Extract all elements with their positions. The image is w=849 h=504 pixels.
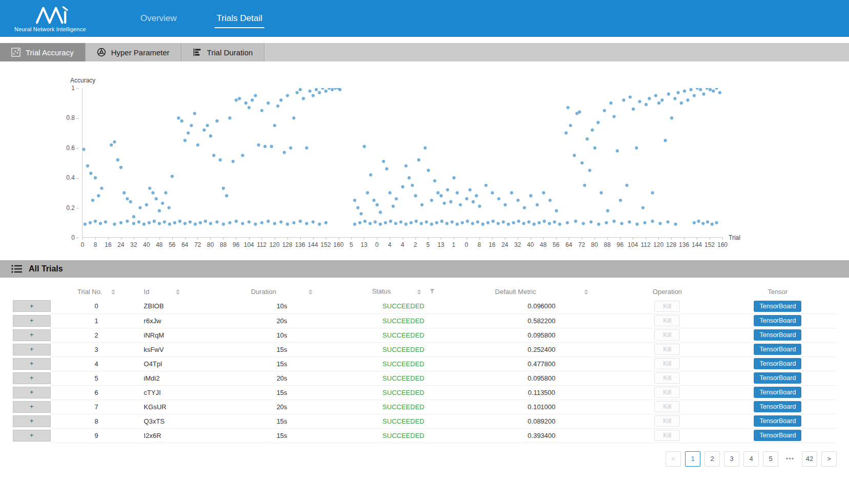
scatter-point[interactable] bbox=[706, 88, 709, 90]
scatter-point[interactable] bbox=[206, 124, 209, 127]
scatter-point[interactable] bbox=[409, 221, 412, 224]
scatter-point[interactable] bbox=[445, 222, 448, 225]
scatter-point[interactable] bbox=[369, 173, 372, 176]
scatter-point[interactable] bbox=[126, 220, 129, 223]
scatter-point[interactable] bbox=[338, 88, 341, 91]
sort-icon[interactable] bbox=[111, 289, 115, 295]
scatter-point[interactable] bbox=[270, 145, 273, 148]
scatter-point[interactable] bbox=[266, 101, 270, 104]
tab-hyper-parameter[interactable]: Hyper Parameter bbox=[86, 43, 181, 61]
scatter-point[interactable] bbox=[629, 95, 632, 98]
scatter-point[interactable] bbox=[296, 91, 299, 94]
scatter-point[interactable] bbox=[411, 184, 414, 187]
page-button[interactable]: 1 bbox=[685, 451, 700, 467]
scatter-point[interactable] bbox=[376, 203, 379, 206]
scatter-point[interactable] bbox=[401, 185, 404, 188]
scatter-point[interactable] bbox=[308, 90, 312, 93]
scatter-point[interactable] bbox=[399, 220, 402, 223]
scatter-point[interactable] bbox=[581, 161, 584, 164]
scatter-point[interactable] bbox=[693, 221, 696, 224]
scatter-point[interactable] bbox=[94, 176, 97, 179]
scatter-point[interactable] bbox=[209, 222, 212, 225]
scatter-point[interactable] bbox=[292, 116, 295, 119]
scatter-point[interactable] bbox=[305, 146, 308, 150]
scatter-point[interactable] bbox=[385, 167, 388, 171]
scatter-point[interactable] bbox=[424, 146, 427, 150]
kill-button[interactable]: Kill bbox=[654, 387, 680, 398]
scatter-point[interactable] bbox=[384, 221, 387, 224]
scatter-point[interactable] bbox=[292, 221, 295, 224]
scatter-point[interactable] bbox=[543, 220, 546, 223]
scatter-point[interactable] bbox=[173, 221, 176, 224]
scatter-point[interactable] bbox=[502, 220, 505, 223]
kill-button[interactable]: Kill bbox=[654, 430, 680, 441]
scatter-point[interactable] bbox=[158, 209, 161, 212]
scatter-point[interactable] bbox=[279, 220, 282, 223]
scatter-point[interactable] bbox=[260, 221, 263, 224]
scatter-point[interactable] bbox=[558, 223, 561, 226]
scatter-point[interactable] bbox=[222, 223, 225, 226]
scatter-point[interactable] bbox=[651, 220, 654, 223]
scatter-point[interactable] bbox=[235, 220, 238, 223]
scatter-point[interactable] bbox=[324, 221, 327, 224]
scatter-point[interactable] bbox=[254, 223, 257, 226]
scatter-point[interactable] bbox=[648, 97, 651, 100]
scatter-point[interactable] bbox=[476, 220, 479, 223]
scatter-point[interactable] bbox=[680, 101, 683, 104]
scatter-point[interactable] bbox=[420, 222, 423, 225]
scatter-point[interactable] bbox=[532, 223, 535, 226]
scatter-point[interactable] bbox=[596, 121, 599, 124]
scatter-point[interactable] bbox=[89, 172, 92, 175]
scatter-point[interactable] bbox=[273, 124, 276, 127]
scatter-point[interactable] bbox=[353, 199, 356, 202]
scatter-point[interactable] bbox=[244, 101, 247, 104]
scatter-point[interactable] bbox=[437, 191, 440, 194]
sort-icon[interactable] bbox=[584, 289, 588, 295]
scatter-point[interactable] bbox=[537, 221, 541, 224]
scatter-point[interactable] bbox=[605, 221, 608, 224]
scatter-point[interactable] bbox=[548, 222, 551, 225]
kill-button[interactable]: Kill bbox=[654, 401, 680, 412]
sort-icon[interactable] bbox=[417, 289, 421, 295]
kill-button[interactable]: Kill bbox=[654, 301, 680, 312]
scatter-point[interactable] bbox=[443, 202, 446, 205]
scatter-point[interactable] bbox=[360, 212, 363, 215]
scatter-point[interactable] bbox=[302, 97, 305, 100]
scatter-point[interactable] bbox=[183, 139, 187, 142]
scatter-point[interactable] bbox=[122, 191, 126, 194]
scatter-point[interactable] bbox=[315, 88, 318, 91]
scatter-point[interactable] bbox=[241, 154, 244, 157]
page-button[interactable]: 2 bbox=[705, 451, 720, 467]
scatter-point[interactable] bbox=[715, 221, 718, 224]
scatter-point[interactable] bbox=[660, 98, 664, 101]
tensorboard-button[interactable]: TensorBoard bbox=[754, 387, 801, 398]
scatter-point[interactable] bbox=[516, 199, 520, 202]
scatter-point[interactable] bbox=[312, 94, 315, 97]
tensorboard-button[interactable]: TensorBoard bbox=[754, 301, 801, 312]
scatter-point[interactable] bbox=[202, 129, 205, 132]
scatter-point[interactable] bbox=[512, 221, 515, 224]
pagination-ellipsis[interactable]: ••• bbox=[782, 451, 798, 467]
scatter-point[interactable] bbox=[693, 94, 696, 97]
tab-trial-duration[interactable]: Trial Duration bbox=[181, 43, 264, 61]
scatter-point[interactable] bbox=[196, 143, 199, 146]
scatter-point[interactable] bbox=[299, 88, 302, 91]
scatter-point[interactable] bbox=[215, 220, 218, 223]
scatter-point[interactable] bbox=[116, 158, 119, 161]
scatter-point[interactable] bbox=[635, 146, 638, 150]
scatter-point[interactable] bbox=[260, 109, 263, 112]
scatter-point[interactable] bbox=[97, 194, 100, 197]
scatter-point[interactable] bbox=[276, 104, 279, 108]
scatter-point[interactable] bbox=[548, 199, 551, 202]
scatter-point[interactable] bbox=[89, 221, 92, 224]
scatter-point[interactable] bbox=[619, 199, 622, 202]
next-page-button[interactable]: > bbox=[821, 451, 837, 467]
scatter-point[interactable] bbox=[137, 220, 140, 223]
scatter-point[interactable] bbox=[145, 203, 148, 206]
tensorboard-button[interactable]: TensorBoard bbox=[754, 372, 801, 384]
scatter-point[interactable] bbox=[599, 191, 603, 194]
scatter-point[interactable] bbox=[286, 223, 289, 226]
scatter-point[interactable] bbox=[496, 222, 500, 225]
scatter-point[interactable] bbox=[628, 220, 631, 223]
scatter-point[interactable] bbox=[235, 98, 238, 101]
